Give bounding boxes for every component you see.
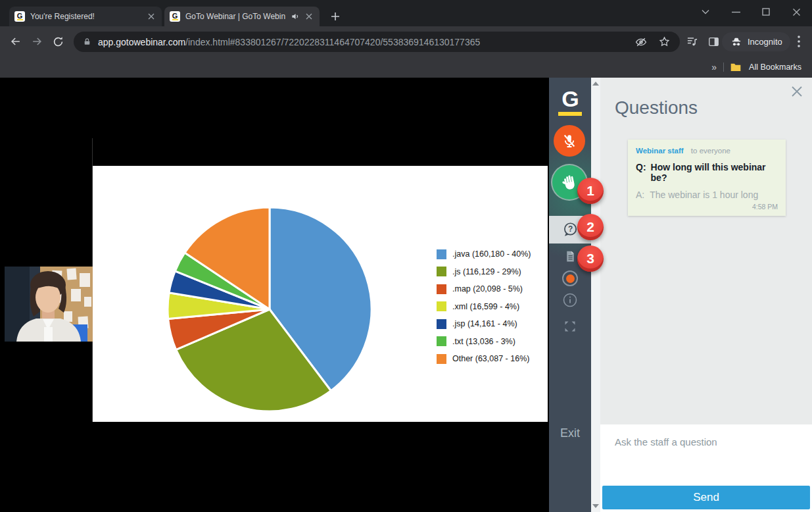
back-icon[interactable] [9, 34, 23, 49]
record-ring [562, 270, 578, 286]
bookmarks-bar: » All Bookmarks [0, 57, 812, 78]
window-close-icon[interactable] [788, 4, 804, 20]
step-badge-1: 1 [577, 178, 604, 204]
question-prefix: Q: [636, 162, 646, 183]
fullscreen-button[interactable] [549, 320, 591, 333]
questions-scrollbar[interactable] [591, 78, 600, 512]
pie-chart [164, 204, 375, 415]
questions-panel: Questions Webinar staff to everyone Q: H… [600, 78, 812, 512]
presentation-slide: .java (160,180 - 40%).js (116,129 - 29%)… [93, 166, 548, 422]
url-bar[interactable]: app.gotowebinar.com/index.html#833801267… [74, 32, 680, 52]
legend-label: .java (160,180 - 40%) [452, 249, 531, 259]
url-domain: app.gotowebinar.com [98, 37, 185, 47]
legend-swatch [437, 319, 446, 329]
presenter-webcam-video [5, 267, 93, 342]
tab-close-icon[interactable] [304, 11, 314, 22]
question-body: How long will this webinar be? [651, 162, 778, 183]
question-card: Webinar staff to everyone Q: How long wi… [628, 140, 786, 216]
tab-youre-registered[interactable]: G You're Registered! [9, 7, 162, 26]
mute-microphone-button[interactable] [554, 125, 585, 157]
goto-logo-letter: G [561, 86, 578, 111]
legend-item: Other (63,087 - 16%) [437, 353, 531, 364]
legend-swatch [437, 354, 446, 364]
legend-item: .js (116,129 - 29%) [437, 267, 531, 277]
legend-label: .txt (13,036 - 3%) [452, 337, 515, 346]
step-badge-3: 3 [577, 245, 604, 272]
webinar-app: .java (160,180 - 40%).js (116,129 - 29%)… [0, 78, 812, 512]
tab-goto-webinar[interactable]: G GoTo Webinar | GoTo Webin [164, 7, 320, 26]
close-questions-icon[interactable] [788, 83, 805, 100]
lock-icon [83, 37, 91, 47]
answer-prefix: A: [636, 190, 644, 200]
webinar-stage: .java (160,180 - 40%).js (116,129 - 29%)… [0, 78, 549, 512]
legend-swatch [437, 301, 446, 311]
tab-title: You're Registered! [30, 12, 146, 21]
exit-button[interactable]: Exit [549, 426, 591, 440]
incognito-label: Incognito [748, 37, 782, 47]
question-author: Webinar staff [636, 147, 684, 155]
tab-strip: G You're Registered! G GoTo Webinar | Go… [0, 0, 812, 26]
step-badge-2: 2 [577, 214, 604, 240]
bookmarks-overflow-icon[interactable]: » [711, 62, 717, 72]
all-bookmarks-folder-icon [730, 63, 741, 72]
window-minimize-icon[interactable] [728, 4, 744, 20]
legend-swatch [437, 284, 446, 294]
info-button[interactable] [549, 292, 591, 308]
question-text: Q: How long will this webinar be? [636, 162, 778, 183]
goto-logo-underline [558, 112, 582, 116]
legend-item: .jsp (14,161 - 4%) [437, 319, 531, 329]
reload-icon[interactable] [51, 34, 65, 49]
menu-dots-icon[interactable] [792, 34, 806, 49]
legend-label: .xml (16,599 - 4%) [452, 302, 519, 311]
bookmarks-divider [723, 63, 724, 72]
presenter-portrait [5, 267, 93, 342]
recording-indicator [549, 270, 591, 286]
mic-muted-icon [561, 132, 578, 149]
media-controls-icon[interactable] [685, 34, 700, 49]
answer-body: The webinar is 1 hour long [650, 190, 758, 200]
question-bubble-icon: ? [561, 221, 579, 238]
side-panel-icon[interactable] [706, 34, 721, 49]
info-icon [562, 292, 578, 308]
incognito-badge: Incognito [722, 32, 790, 51]
legend-swatch [437, 249, 446, 259]
chart-legend: .java (160,180 - 40%).js (116,129 - 29%)… [437, 249, 531, 371]
browser-toolbar: app.gotowebinar.com/index.html#833801267… [0, 26, 812, 57]
window-maximize-icon[interactable] [758, 4, 774, 20]
legend-label: .jsp (14,161 - 4%) [452, 319, 517, 328]
record-dot-icon [566, 274, 575, 283]
url-text: app.gotowebinar.com/index.html#833801267… [98, 37, 480, 47]
all-bookmarks-label[interactable]: All Bookmarks [749, 63, 801, 72]
expand-arrows-icon [563, 320, 577, 333]
answer-text: A: The webinar is 1 hour long [636, 190, 778, 200]
bookmark-star-icon[interactable] [658, 36, 671, 48]
scroll-up-icon[interactable] [592, 82, 599, 86]
new-tab-button[interactable] [327, 9, 343, 24]
url-path: /index.html#833801267/722022831146470742… [185, 37, 480, 47]
forward-icon[interactable] [30, 34, 44, 49]
legend-label: .js (116,129 - 29%) [452, 267, 521, 276]
window-chevron-icon[interactable] [698, 4, 713, 20]
legend-item: .java (160,180 - 40%) [437, 249, 531, 259]
questions-title: Questions [615, 97, 698, 118]
eye-blocked-icon[interactable] [634, 36, 648, 49]
tab-audio-icon[interactable] [291, 12, 300, 21]
scroll-down-icon[interactable] [592, 504, 599, 508]
tab-close-icon[interactable] [146, 11, 156, 22]
goto-favicon-icon: G [170, 11, 180, 22]
legend-swatch [437, 336, 446, 346]
svg-text:?: ? [568, 224, 573, 234]
send-button[interactable]: Send [602, 486, 810, 509]
webinar-control-panel: G ? [549, 78, 591, 512]
goto-logo: G [549, 87, 591, 116]
tab-title: GoTo Webinar | GoTo Webin [185, 12, 291, 21]
legend-item: .txt (13,036 - 3%) [437, 336, 531, 347]
legend-label: .map (20,098 - 5%) [452, 284, 523, 294]
legend-item: .map (20,098 - 5%) [437, 284, 531, 294]
question-meta: Webinar staff to everyone [636, 147, 778, 155]
legend-item: .xml (16,599 - 4%) [437, 301, 531, 312]
legend-label: Other (63,087 - 16%) [452, 354, 529, 363]
document-icon [563, 249, 577, 263]
message-timestamp: 4:58 PM [636, 203, 778, 211]
question-audience: to everyone [691, 147, 730, 155]
